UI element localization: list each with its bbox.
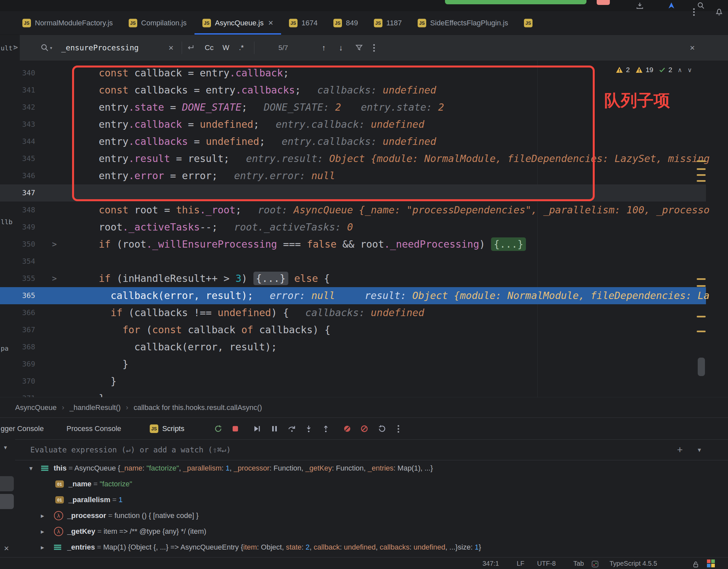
newline-icon[interactable] xyxy=(186,35,195,61)
encoding[interactable]: UTF-8 xyxy=(537,557,556,569)
editor-tab-compilation-js[interactable]: JSCompilation.js xyxy=(121,11,195,35)
mute-breakpoints-icon[interactable] xyxy=(341,423,353,435)
line-number[interactable]: 366 xyxy=(0,304,35,322)
fold-chevron-icon[interactable]: > xyxy=(52,236,57,253)
plugin-colors-icon[interactable] xyxy=(707,559,715,567)
close-find-icon[interactable]: × xyxy=(690,35,695,61)
code-line-349[interactable]: 349root._activeTasks--;root._activeTasks… xyxy=(0,219,706,236)
step-out-icon[interactable] xyxy=(320,423,332,435)
code-line-346[interactable]: 346entry.error = error;entry.error: null xyxy=(0,167,706,184)
code-line-350[interactable]: 350>if (root._willEnsureProcessing === f… xyxy=(0,236,706,253)
words-toggle[interactable]: W xyxy=(222,35,229,61)
indent-label[interactable]: Tab xyxy=(573,557,584,569)
code-line-341[interactable]: 341const callbacks = entry.callbacks;cal… xyxy=(0,82,706,99)
more-icon[interactable] xyxy=(392,423,404,435)
run-button-fragment[interactable] xyxy=(445,0,586,4)
code-line-369[interactable]: 369} xyxy=(0,356,706,373)
typescript-version[interactable]: TypeScript 4.5.5 xyxy=(610,557,657,569)
fold-chevron-icon[interactable]: > xyxy=(52,270,57,287)
variable-row[interactable]: ▸λ_processor = function () { [native cod… xyxy=(15,508,728,524)
code-line-365[interactable]: 365callback(error, result);error: nullre… xyxy=(0,287,706,304)
previous-occurrence-icon[interactable]: ↑ xyxy=(322,35,326,61)
scrollbar-thumb[interactable] xyxy=(698,358,705,376)
download-icon[interactable] xyxy=(635,1,644,10)
breadcrumb-item[interactable]: AsyncQueue xyxy=(15,403,57,412)
match-case-toggle[interactable]: Cc xyxy=(205,35,214,61)
clear-search-icon[interactable]: × xyxy=(169,35,173,61)
stop-icon[interactable] xyxy=(229,423,241,435)
variable-row[interactable]: ▸λ_getKey = item => /** @type {any} */ (… xyxy=(15,524,728,539)
close-panel-icon[interactable]: × xyxy=(4,543,9,554)
resume-icon[interactable] xyxy=(251,423,263,435)
breadcrumb-item[interactable]: _handleResult() xyxy=(69,403,120,412)
find-more-icon[interactable] xyxy=(373,35,375,61)
add-watch-icon[interactable]: + xyxy=(677,440,683,460)
debug-tab-scripts[interactable]: JSScripts xyxy=(150,418,184,440)
line-number[interactable]: 341 xyxy=(0,82,35,99)
code-line-342[interactable]: 342entry.state = DONE_STATE;DONE_STATE: … xyxy=(0,99,706,116)
inspections-widget[interactable]: 2 19 2 ∧ ∨ xyxy=(615,66,692,74)
reset-frame-icon[interactable] xyxy=(376,423,388,435)
frames-list-item[interactable] xyxy=(0,476,14,491)
line-ending[interactable]: LF xyxy=(517,557,524,569)
code-line-344[interactable]: 344entry.callbacks = undefined;entry.cal… xyxy=(0,133,706,150)
filter-icon[interactable] xyxy=(355,35,363,61)
line-number[interactable]: 365 xyxy=(0,287,35,304)
scrollbar-mark[interactable] xyxy=(697,160,706,162)
code-line-366[interactable]: 366if (callbacks !== undefined) {callbac… xyxy=(0,304,706,322)
scrollbar-mark[interactable] xyxy=(697,278,706,280)
code-line-355[interactable]: 355>if (inHandleResult++ > 3) {...} else… xyxy=(0,270,706,287)
line-number[interactable]: 340 xyxy=(0,65,35,82)
scrollbar-mark[interactable] xyxy=(697,168,706,170)
code-line-370[interactable]: 370} xyxy=(0,373,706,390)
debug-tab-gger-console[interactable]: gger Console xyxy=(1,418,44,440)
variable-row[interactable]: ▸_entries = Map(1) {Object {, ...} => As… xyxy=(15,539,728,555)
editor-tab-849[interactable]: JS849 xyxy=(325,11,366,35)
evaluate-expression-input[interactable]: Evaluate expression (↵) or add a watch (… xyxy=(30,440,231,460)
code-line-367[interactable]: 367for (const callback of callbacks) { xyxy=(0,322,706,339)
line-number[interactable]: 367 xyxy=(0,322,35,339)
search-icon[interactable] xyxy=(696,1,706,10)
next-problem-icon[interactable]: ∨ xyxy=(688,66,692,74)
scrollbar-mark[interactable] xyxy=(697,180,706,182)
code-line-343[interactable]: 343entry.callback = undefined;entry.call… xyxy=(0,116,706,133)
code-line-354[interactable]: 354 xyxy=(0,253,706,270)
expand-chevron-icon[interactable]: > xyxy=(13,43,18,52)
line-number[interactable]: 348 xyxy=(0,201,35,219)
editor-tab-fragment[interactable]: JS xyxy=(516,11,540,35)
scrollbar-mark[interactable] xyxy=(697,316,706,318)
expanded-chevron-icon[interactable]: ▾ xyxy=(29,460,33,476)
line-number[interactable]: 343 xyxy=(0,116,35,133)
collapsed-chevron-icon[interactable]: ▸ xyxy=(41,539,44,555)
indent-config-icon[interactable] xyxy=(592,557,598,569)
tab-close-icon[interactable]: × xyxy=(268,18,273,28)
rerun-icon[interactable] xyxy=(212,423,224,435)
scrollbar-mark[interactable] xyxy=(697,285,706,287)
breadcrumb-item[interactable]: callback for this.hooks.result.callAsync… xyxy=(134,403,262,412)
line-number[interactable]: 354 xyxy=(0,253,35,270)
code-line-371[interactable]: 371} xyxy=(0,390,706,397)
code-line-368[interactable]: 368callback(error, result); xyxy=(0,339,706,356)
editor-tab-sideeffectsflagplugin-js[interactable]: JSSideEffectsFlagPlugin.js xyxy=(410,11,516,35)
collapse-chevron-icon[interactable]: ▾ xyxy=(4,444,7,451)
variable-row[interactable]: 01_name = "factorize" xyxy=(15,476,728,492)
frames-list-item-selected[interactable] xyxy=(0,494,14,509)
blue-logo-icon[interactable] xyxy=(667,1,676,10)
search-icon[interactable]: ▾ xyxy=(40,35,52,61)
line-number[interactable]: 355 xyxy=(0,270,35,287)
code-line-347[interactable]: 347 xyxy=(0,184,706,201)
next-occurrence-icon[interactable]: ↓ xyxy=(339,35,343,61)
evaluate-dropdown-icon[interactable]: ▾ xyxy=(698,440,701,460)
caret-position[interactable]: 347:1 xyxy=(482,557,499,569)
pause-icon[interactable] xyxy=(269,423,280,435)
regex-toggle[interactable]: .* xyxy=(239,35,244,61)
prev-problem-icon[interactable]: ∧ xyxy=(678,66,682,74)
code-line-345[interactable]: 345entry.result = result;entry.result: O… xyxy=(0,150,706,167)
code-editor[interactable]: 340const callback = entry.callback;341co… xyxy=(0,61,728,397)
editor-tab-normalmodulefactory-js[interactable]: JSNormalModuleFactory.js xyxy=(14,11,121,35)
line-number[interactable]: 347 xyxy=(0,184,35,201)
variable-row[interactable]: 01_parallelism = 1 xyxy=(15,492,728,508)
line-number[interactable]: 346 xyxy=(0,167,35,184)
code-line-340[interactable]: 340const callback = entry.callback; xyxy=(0,65,706,82)
line-number[interactable]: 370 xyxy=(0,373,35,390)
